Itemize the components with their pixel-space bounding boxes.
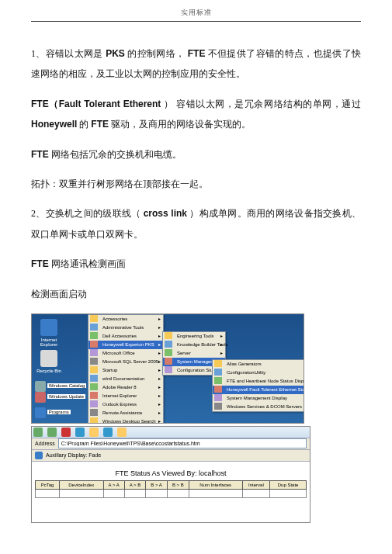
fte-status-table: PcTagDeviceIndexA > AA > BB > AB > BNum … (35, 480, 307, 498)
menu-programs[interactable]: Accessories▸Administrative Tools▸Dell Ac… (88, 314, 164, 424)
paragraph-4: 拓扑：双重并行树形网络在顶部接在一起。 (31, 174, 361, 194)
menu-item[interactable]: Microsoft SQL Server 2005▸ (88, 358, 163, 366)
paragraph-2: FTE（Fault Tolerant Etherent ） 容错以太网，是冗余网… (31, 94, 361, 135)
screenshot-ie-fte-status: Address Auxiliary Display: Fade FTE Stat… (31, 426, 310, 523)
menu-item[interactable]: Server▸ (163, 349, 225, 358)
menu-item[interactable]: Outlook Express▸ (88, 400, 163, 409)
table-column-header: Dup State (270, 480, 307, 489)
menu-item[interactable]: Honeywell Experion PKS▸ (88, 341, 163, 349)
search-icon[interactable] (103, 428, 113, 437)
table-column-header: DeviceIndex (59, 480, 103, 489)
table-column-header: Interval (242, 480, 270, 489)
menu-item[interactable]: Remote Assistance▸ (88, 409, 163, 417)
menu-item[interactable]: Windows Services & DCOM Servers belong o… (213, 403, 304, 411)
menu-item[interactable]: Adobe Reader 8▸ (88, 383, 163, 392)
start-item-update[interactable]: Windows Update (35, 392, 89, 403)
table-header-row: PcTagDeviceIndexA > AA > BB > AB > BNum … (36, 480, 307, 489)
table-column-header: B > B (167, 480, 189, 489)
ie-toolbar (32, 427, 310, 438)
address-bar: Address (32, 438, 310, 450)
forward-icon[interactable] (47, 428, 57, 437)
table-column-header: Num Interfaces (189, 480, 242, 489)
address-label: Address (35, 441, 55, 446)
menu-item[interactable]: Microsoft Office▸ (88, 349, 163, 358)
menu-item[interactable]: System Management Display▸ (213, 394, 304, 403)
menu-item[interactable]: Engineering Tools▸ (163, 332, 225, 341)
start-item-catalog[interactable]: Windows Catalog (35, 381, 89, 392)
menu-item[interactable]: Knowledge Builder Tools▸ (163, 341, 225, 349)
menu-item[interactable]: Honeywell Fault Tolerant Ethernet Status… (213, 386, 304, 394)
body-text: 1、容错以太网是 PKS 的控制网络， FTE 不但提供了容错的特点，也提供了快… (31, 43, 361, 304)
paragraph-7: 检测画面启动 (31, 284, 361, 304)
menu-item[interactable]: FTE and Heartbeat Node Status Display▸ (213, 377, 304, 386)
menu-item[interactable]: ConfigurationUtility▸ (213, 369, 304, 377)
paragraph-1: 1、容错以太网是 PKS 的控制网络， FTE 不但提供了容错的特点，也提供了快… (31, 43, 361, 85)
table-column-header: A > A (103, 480, 124, 489)
menu-item[interactable]: wIntl Documentation▸ (88, 375, 163, 383)
menu-system-management[interactable]: Alias Generators▸ConfigurationUtility▸FT… (212, 359, 304, 412)
table-column-header: A > B (124, 480, 146, 489)
screenshot-desktop-menus: Internet Explorer Recycle Bin Windows Ca… (31, 313, 304, 424)
favorites-icon[interactable] (117, 428, 127, 437)
paragraph-6: FTE 网络通讯检测画面 (31, 254, 361, 274)
menu-item[interactable]: Startup▸ (88, 366, 163, 375)
desktop-icon-ie[interactable]: Internet Explorer (35, 319, 63, 347)
fte-status-title: FTE Status As Viewed By: localhost (35, 465, 307, 480)
address-input[interactable] (58, 438, 307, 448)
start-item-programs[interactable]: Programs (35, 407, 89, 418)
paragraph-3: FTE 网络包括冗余的交换机和电缆。 (31, 144, 361, 164)
menu-item[interactable]: Accessories▸ (88, 315, 163, 324)
desktop-icon-recycle[interactable]: Recycle Bin (35, 350, 63, 373)
menu-item[interactable]: Alias Generators▸ (213, 360, 304, 369)
home-icon[interactable] (89, 428, 99, 437)
aux-display-row: Auxiliary Display: Fade (32, 450, 310, 462)
globe-icon (35, 452, 43, 459)
table-column-header: B > A (146, 480, 168, 489)
refresh-icon[interactable] (75, 428, 85, 437)
menu-item[interactable]: Administrative Tools▸ (88, 324, 163, 332)
menu-item[interactable]: Internet Explorer▸ (88, 392, 163, 400)
menu-item[interactable]: Windows Desktop Search▸ (88, 417, 163, 424)
table-column-header: PcTag (36, 480, 60, 489)
menu-item[interactable]: Dell Accessories▸ (88, 332, 163, 341)
back-icon[interactable] (33, 428, 43, 437)
page-header: 实用标准 (31, 8, 361, 22)
stop-icon[interactable] (61, 428, 71, 437)
paragraph-5: 2、交换机之间的级联线（ cross link ）构成单网。商用的网络设备指交换… (31, 203, 361, 244)
table-row (36, 489, 307, 497)
aux-display-label: Auxiliary Display: Fade (46, 452, 101, 458)
web-page-content: FTE Status As Viewed By: localhost PcTag… (32, 462, 310, 522)
